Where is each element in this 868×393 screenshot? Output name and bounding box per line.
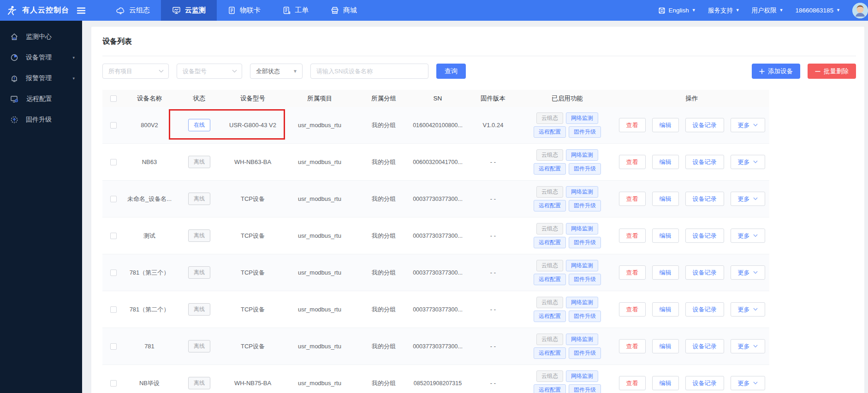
feature-badge-远程配置[interactable]: 远程配置 — [534, 274, 566, 285]
feature-badge-云组态[interactable]: 云组态 — [536, 149, 563, 161]
action-button-查看[interactable]: 查看 — [619, 118, 646, 132]
feature-badge-远程配置[interactable]: 远程配置 — [534, 200, 566, 211]
action-button-设备记录[interactable]: 设备记录 — [685, 155, 724, 169]
nav-tab-云监测[interactable]: 云监测 — [161, 0, 217, 21]
action-button-更多[interactable]: 更多 — [731, 229, 765, 243]
feature-badge-云组态[interactable]: 云组态 — [536, 260, 563, 271]
nav-tab-商城[interactable]: 商城 — [320, 0, 368, 21]
action-button-更多[interactable]: 更多 — [731, 376, 765, 390]
nav-tab-物联卡[interactable]: 物联卡 — [217, 0, 272, 21]
feature-badge-网络监测[interactable]: 网络监测 — [566, 186, 598, 198]
feature-badge-云组态[interactable]: 云组态 — [536, 297, 563, 308]
action-button-更多[interactable]: 更多 — [731, 265, 765, 280]
feature-badge-云组态[interactable]: 云组态 — [536, 370, 563, 382]
query-button[interactable]: 查询 — [436, 64, 466, 79]
feature-badge-固件升级[interactable]: 固件升级 — [569, 126, 601, 138]
feature-badge-网络监测[interactable]: 网络监测 — [566, 370, 598, 382]
action-button-编辑[interactable]: 编辑 — [652, 265, 679, 280]
feature-badge-云组态[interactable]: 云组态 — [536, 223, 563, 235]
hamburger-icon[interactable] — [77, 7, 86, 14]
feature-badge-云组态[interactable]: 云组态 — [536, 186, 563, 198]
feature-badge-网络监测[interactable]: 网络监测 — [566, 260, 598, 271]
nav-tab-工单[interactable]: 工单 — [272, 0, 320, 21]
row-checkbox[interactable] — [110, 380, 117, 387]
account-menu[interactable]: 18660863185 ▼ — [795, 7, 840, 14]
sidebar-item-监测中心[interactable]: 监测中心 — [0, 26, 82, 47]
feature-badge-网络监测[interactable]: 网络监测 — [566, 112, 598, 124]
menu-service-support[interactable]: 服务支持 ▼ — [708, 6, 740, 15]
action-button-查看[interactable]: 查看 — [619, 155, 646, 169]
feature-badge-远程配置[interactable]: 远程配置 — [534, 347, 566, 359]
feature-badge-固件升级[interactable]: 固件升级 — [569, 347, 601, 359]
action-button-编辑[interactable]: 编辑 — [652, 302, 679, 317]
action-button-设备记录[interactable]: 设备记录 — [685, 376, 724, 390]
feature-badge-云组态[interactable]: 云组态 — [536, 334, 563, 345]
device-name-cell: 781（第三个） — [125, 269, 174, 277]
feature-badge-远程配置[interactable]: 远程配置 — [534, 126, 566, 138]
feature-badge-固件升级[interactable]: 固件升级 — [569, 311, 601, 322]
action-label: 更多 — [738, 305, 750, 314]
row-checkbox[interactable] — [110, 233, 117, 239]
action-button-设备记录[interactable]: 设备记录 — [685, 192, 724, 206]
row-checkbox[interactable] — [110, 159, 117, 165]
action-button-设备记录[interactable]: 设备记录 — [685, 118, 724, 132]
sidebar-item-固件升级[interactable]: 固件升级 — [0, 109, 82, 130]
feature-badge-远程配置[interactable]: 远程配置 — [534, 384, 566, 393]
row-checkbox[interactable] — [110, 343, 117, 350]
feature-badge-固件升级[interactable]: 固件升级 — [569, 163, 601, 175]
action-button-查看[interactable]: 查看 — [619, 376, 646, 390]
feature-badge-远程配置[interactable]: 远程配置 — [534, 237, 566, 248]
nav-tab-云组态[interactable]: 云组态 — [105, 0, 161, 21]
action-button-查看[interactable]: 查看 — [619, 339, 646, 353]
feature-badge-固件升级[interactable]: 固件升级 — [569, 274, 601, 285]
action-button-编辑[interactable]: 编辑 — [652, 155, 679, 169]
sn-cell: 00600320041700... — [410, 159, 466, 165]
action-button-编辑[interactable]: 编辑 — [652, 339, 679, 353]
feature-badge-固件升级[interactable]: 固件升级 — [569, 384, 601, 393]
action-button-编辑[interactable]: 编辑 — [652, 376, 679, 390]
action-button-更多[interactable]: 更多 — [731, 339, 765, 353]
row-checkbox[interactable] — [110, 196, 117, 202]
action-button-编辑[interactable]: 编辑 — [652, 229, 679, 243]
action-button-设备记录[interactable]: 设备记录 — [685, 339, 724, 353]
action-button-查看[interactable]: 查看 — [619, 192, 646, 206]
action-button-编辑[interactable]: 编辑 — [652, 192, 679, 206]
action-button-编辑[interactable]: 编辑 — [652, 118, 679, 132]
feature-badge-固件升级[interactable]: 固件升级 — [569, 200, 601, 211]
language-switcher[interactable]: English ▼ — [658, 7, 696, 14]
feature-badge-网络监测[interactable]: 网络监测 — [566, 334, 598, 345]
action-button-更多[interactable]: 更多 — [731, 118, 765, 132]
feature-badge-网络监测[interactable]: 网络监测 — [566, 297, 598, 308]
select-all-checkbox[interactable] — [110, 95, 117, 102]
sidebar-item-设备管理[interactable]: 设备管理▾ — [0, 47, 82, 68]
project-cell: usr_modbus_rtu — [281, 306, 358, 313]
row-checkbox[interactable] — [110, 306, 117, 313]
user-avatar[interactable] — [852, 3, 868, 18]
feature-badge-云组态[interactable]: 云组态 — [536, 112, 563, 124]
action-button-设备记录[interactable]: 设备记录 — [685, 302, 724, 317]
action-button-更多[interactable]: 更多 — [731, 302, 765, 317]
feature-badge-远程配置[interactable]: 远程配置 — [534, 163, 566, 175]
sidebar-item-远程配置[interactable]: 远程配置 — [0, 88, 82, 109]
action-button-查看[interactable]: 查看 — [619, 229, 646, 243]
search-input[interactable] — [310, 64, 428, 79]
action-button-查看[interactable]: 查看 — [619, 265, 646, 280]
feature-badge-固件升级[interactable]: 固件升级 — [569, 237, 601, 248]
feature-badge-网络监测[interactable]: 网络监测 — [566, 149, 598, 161]
feature-badge-远程配置[interactable]: 远程配置 — [534, 311, 566, 322]
project-select[interactable]: 所有项目 — [102, 64, 169, 79]
row-checkbox[interactable] — [110, 270, 117, 276]
action-button-查看[interactable]: 查看 — [619, 302, 646, 317]
action-button-设备记录[interactable]: 设备记录 — [685, 229, 724, 243]
action-button-更多[interactable]: 更多 — [731, 155, 765, 169]
action-button-更多[interactable]: 更多 — [731, 192, 765, 206]
sidebar-item-报警管理[interactable]: 报警管理▾ — [0, 68, 82, 88]
add-device-button[interactable]: 添加设备 — [752, 64, 800, 79]
row-checkbox[interactable] — [110, 122, 117, 129]
status-select[interactable]: 全部状态 ▼ — [250, 64, 303, 79]
menu-user-permissions[interactable]: 用户权限 ▼ — [752, 6, 784, 15]
feature-badge-网络监测[interactable]: 网络监测 — [566, 223, 598, 235]
action-button-设备记录[interactable]: 设备记录 — [685, 265, 724, 280]
model-select[interactable]: 设备型号 — [177, 64, 242, 79]
batch-delete-button[interactable]: 批量删除 — [808, 64, 856, 79]
